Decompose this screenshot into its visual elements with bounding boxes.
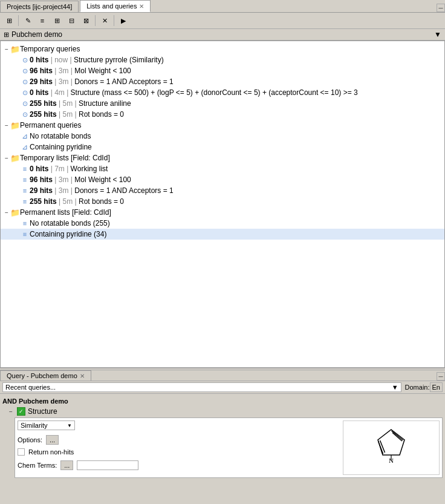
toolbar-btn-edit[interactable]: ✎ (21, 14, 34, 27)
toolbar-btn-delete[interactable]: ✕ (98, 14, 111, 27)
tree-item-temp-list-0[interactable]: ≡ 0 hits | 7m | Working list (1, 163, 444, 174)
return-non-hits-checkbox[interactable] (18, 448, 25, 456)
return-non-hits-label: Return non-hits (28, 448, 74, 456)
toolbar-btn-grid[interactable]: ⊞ (2, 14, 16, 27)
expand-structure-icon[interactable]: − (7, 408, 15, 415)
tree-item-temp-list-2[interactable]: ≡ 29 hits | 3m | Donors = 1 AND Acceptor… (1, 185, 444, 196)
tree-panel: − 📁 Temporary queries ⊙ 0 hits | now | S… (0, 41, 445, 368)
similarity-select[interactable]: Similarity ▼ (18, 421, 75, 430)
bottom-panel: Query - Pubchem demo ✕ ─ Recent queries.… (0, 370, 445, 504)
query-tab-close[interactable]: ✕ (80, 373, 85, 379)
tree-content: − 📁 Temporary queries ⊙ 0 hits | now | S… (1, 41, 444, 242)
toolbar-btn-cols[interactable]: ⊞ (50, 14, 63, 27)
chem-terms-input[interactable] (77, 460, 138, 470)
recent-queries-dropdown[interactable]: Recent queries... ▼ (2, 382, 401, 392)
tab-projects[interactable]: Projects [ijc-project44] (0, 1, 79, 12)
domain-value: En (432, 384, 440, 391)
panel-grid-icon: ⊞ (4, 31, 9, 39)
expand-temp-lists-icon[interactable]: − (3, 155, 10, 162)
options-label: Options: (18, 436, 42, 443)
folder-icon-perm-lists: 📁 (10, 208, 20, 217)
tree-perm-queries-header[interactable]: − 📁 Permanent queries (1, 120, 444, 131)
toolbar-btn-indent[interactable]: ⊟ (65, 14, 78, 27)
expand-perm-lists-icon[interactable]: − (3, 209, 10, 216)
toolbar-separator-1 (18, 15, 19, 26)
tree-perm-lists-header[interactable]: − 📁 Permanent lists [Field: CdId] (1, 207, 444, 218)
query-icon-3: ⊙ (20, 88, 30, 97)
return-non-hits-row: Return non-hits (18, 448, 138, 456)
structure-controls: Similarity ▼ Options: ... Return non-hit… (18, 421, 138, 475)
tab-query-pubchem[interactable]: Query - Pubchem demo ✕ (0, 370, 91, 381)
structure-label: Structure (28, 407, 57, 416)
toolbar-btn-list[interactable]: ≡ (36, 14, 49, 27)
tree-item-temp-list-1[interactable]: ≡ 96 hits | 3m | Mol Weight < 100 (1, 174, 444, 185)
tree-item-perm-list-0[interactable]: ≡ No rotatable bonds (255) (1, 218, 444, 229)
tab-lists[interactable]: Lists and queries ✕ (80, 0, 151, 12)
similarity-label: Similarity (21, 422, 48, 429)
tree-temp-lists-header[interactable]: − 📁 Temporary lists [Field: CdId] (1, 152, 444, 163)
expand-temp-queries-icon[interactable]: − (3, 46, 10, 53)
chem-terms-row: Chem Terms: ... (18, 460, 138, 470)
pyrrole-structure-svg: N (361, 424, 421, 472)
list-icon-3: ≡ (20, 197, 30, 206)
perm-list-icon-0: ≡ (20, 218, 30, 228)
chem-terms-ellipsis-button[interactable]: ... (60, 460, 73, 470)
recent-queries-arrow: ▼ (392, 384, 398, 391)
query-icon-5: ⊙ (20, 110, 30, 119)
panel-header: ⊞ Pubchem demo ▼ (0, 29, 445, 41)
list-icon-1: ≡ (20, 175, 30, 185)
structure-query-box: Similarity ▼ Options: ... Return non-hit… (15, 417, 443, 478)
query-content: AND Pubchem demo − ✓ Structure Similarit… (0, 394, 445, 480)
folder-icon-perm-queries: 📁 (10, 120, 20, 130)
main-toolbar: ⊞ ✎ ≡ ⊞ ⊟ ⊠ ✕ ▶ (0, 13, 445, 29)
query-icon-4: ⊙ (20, 99, 30, 108)
filter-icon-0: ⊿ (20, 131, 30, 141)
similarity-dropdown-arrow: ▼ (67, 423, 72, 428)
perm-lists-label: Permanent lists [Field: CdId] (20, 208, 111, 217)
expand-perm-queries-icon[interactable]: − (3, 122, 10, 129)
list-icon-0: ≡ (20, 164, 30, 174)
tree-temp-queries-header[interactable]: − 📁 Temporary queries (1, 44, 444, 54)
structure-preview: N (343, 421, 440, 475)
tree-item-perm-list-1[interactable]: ≡ Containing pyridine (34) (1, 229, 444, 240)
top-panel: ⊞ Pubchem demo ▼ − 📁 Temporary queries ⊙… (0, 29, 445, 368)
domain-button[interactable]: En (430, 382, 443, 392)
query-tab-bar: Query - Pubchem demo ✕ ─ (0, 370, 445, 381)
tab-lists-close[interactable]: ✕ (139, 3, 144, 10)
folder-icon-temp-queries: 📁 (10, 44, 20, 54)
options-ellipsis-button[interactable]: ... (46, 435, 59, 445)
tab-bar: Projects [ijc-project44] Lists and queri… (0, 0, 445, 13)
window-minimize-button[interactable]: ─ (437, 4, 445, 12)
toolbar-btn-play[interactable]: ▶ (117, 14, 130, 27)
query-window-minimize-button[interactable]: ─ (437, 372, 445, 381)
tree-item-temp-list-3[interactable]: ≡ 255 hits | 5m | Rot bonds = 0 (1, 196, 444, 207)
toolbar-btn-outdent[interactable]: ⊠ (79, 14, 93, 27)
and-label-row: AND Pubchem demo (2, 396, 443, 407)
tree-item-query-4[interactable]: ⊙ 255 hits | 5m | Structure aniline (1, 98, 444, 109)
svg-line-1 (392, 431, 403, 440)
tree-item-query-5[interactable]: ⊙ 255 hits | 5m | Rot bonds = 0 (1, 109, 444, 120)
query-icon-1: ⊙ (20, 66, 30, 76)
structure-checkbox[interactable]: ✓ (17, 407, 25, 416)
tab-projects-label: Projects [ijc-project44] (7, 3, 72, 10)
perm-queries-label: Permanent queries (20, 121, 81, 129)
perm-list-icon-1: ≡ (20, 229, 30, 239)
panel-title-label: Pubchem demo (11, 30, 62, 39)
query-icon-0: ⊙ (20, 55, 30, 65)
main-window: Projects [ijc-project44] Lists and queri… (0, 0, 445, 504)
tab-lists-label: Lists and queries (86, 2, 137, 10)
tree-item-perm-query-0[interactable]: ⊿ No rotatable bonds (1, 131, 444, 142)
domain-label: Domain: (405, 384, 430, 391)
panel-title-container: ⊞ Pubchem demo (4, 30, 62, 39)
panel-dropdown-button[interactable]: ▼ (434, 30, 441, 39)
tree-item-perm-query-1[interactable]: ⊿ Containing pyridine (1, 142, 444, 152)
query-tab-label: Query - Pubchem demo (7, 372, 77, 379)
recent-queries-label: Recent queries... (5, 384, 56, 391)
temp-queries-label: Temporary queries (20, 45, 80, 53)
tree-item-query-3[interactable]: ⊙ 0 hits | 4m | Structure (mass <= 500) … (1, 87, 444, 98)
query-icon-2: ⊙ (20, 77, 30, 87)
tree-item-query-2[interactable]: ⊙ 29 hits | 3m | Donors = 1 AND Acceptor… (1, 76, 444, 87)
similarity-row: Similarity ▼ (18, 421, 138, 430)
tree-item-query-0[interactable]: ⊙ 0 hits | now | Structure pyrrole (Simi… (1, 54, 444, 65)
tree-item-query-1[interactable]: ⊙ 96 hits | 3m | Mol Weight < 100 (1, 65, 444, 76)
